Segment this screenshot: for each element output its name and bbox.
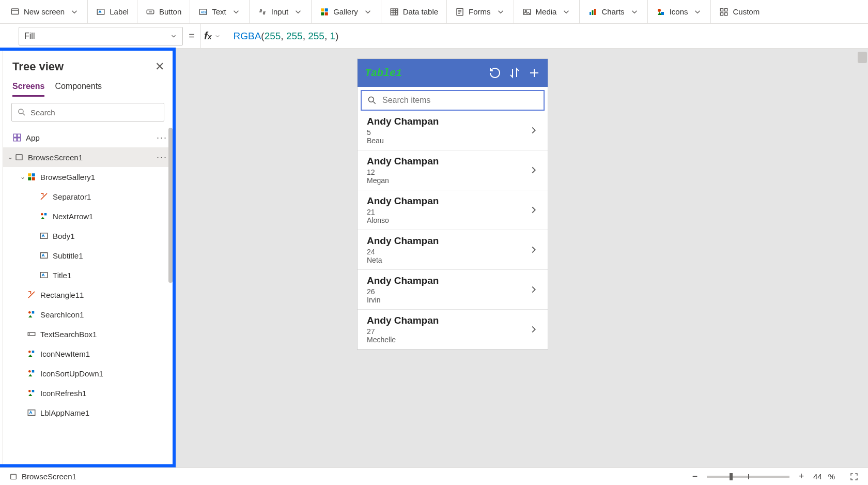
gallery-item-num: 5 — [367, 128, 528, 137]
gallery-item[interactable]: Andy Champan27Mechelle — [358, 310, 548, 350]
tree-node-body1[interactable]: Body1 — [3, 226, 173, 246]
media-button[interactable]: Media — [514, 0, 580, 23]
tab-components[interactable]: Components — [55, 82, 102, 97]
tree-node-app[interactable]: App ··· — [3, 128, 173, 147]
svg-rect-47 — [28, 332, 35, 336]
control-icon — [27, 369, 36, 378]
tree-search-placeholder: Search — [30, 108, 55, 117]
tree-node-nextarrow1[interactable]: NextArrow1 — [3, 206, 173, 226]
ellipsis-icon[interactable]: ··· — [157, 152, 167, 163]
gallery-button[interactable]: Gallery — [312, 0, 381, 23]
gallery-item-num: 21 — [367, 208, 528, 216]
gallery-icon — [27, 172, 36, 181]
formula-bar[interactable]: RGBA(255, 255, 255, 1) — [227, 31, 868, 42]
fit-icon[interactable] — [849, 472, 859, 481]
svg-rect-16 — [590, 12, 591, 15]
gallery-item[interactable]: Andy Champan26Irvin — [358, 270, 548, 310]
tree-node-label: IconRefresh1 — [40, 389, 86, 398]
svg-rect-32 — [18, 134, 21, 137]
forms-icon — [455, 7, 464, 17]
svg-rect-17 — [592, 10, 594, 15]
icons-button[interactable]: Icons — [648, 0, 711, 23]
button-label: Button — [159, 7, 181, 16]
zoom-in-button[interactable]: + — [796, 471, 807, 482]
gallery-item-title: Andy Champan — [367, 315, 528, 326]
tree-node-label: Title1 — [53, 271, 71, 280]
label-button[interactable]: Label — [88, 0, 137, 23]
gallery-item[interactable]: Andy Champan21Alonso — [358, 190, 548, 230]
property-selector[interactable]: Fill — [19, 27, 183, 46]
gallery-item[interactable]: Andy Champan12Megan — [358, 150, 548, 190]
svg-rect-22 — [725, 8, 727, 11]
gallery-item[interactable]: Andy Champan5Beau — [358, 111, 548, 150]
chevron-down-icon — [70, 7, 79, 17]
gallery-item-num: 24 — [367, 248, 528, 256]
caret-down-icon[interactable]: ⌄ — [19, 173, 27, 180]
gallery-item-title: Andy Champan — [367, 195, 528, 207]
input-button[interactable]: Input — [250, 0, 312, 23]
tree-node-browsescreen1[interactable]: ⌄ BrowseScreen1 ··· — [3, 147, 173, 167]
svg-rect-18 — [594, 9, 596, 15]
tree-node-iconnewitem1[interactable]: IconNewItem1 — [3, 344, 173, 363]
tree-node-textsearchbox1[interactable]: TextSearchBox1 — [3, 324, 173, 344]
close-icon[interactable]: ✕ — [155, 60, 164, 73]
canvas[interactable]: Table1 Search items Andy Champan5BeauAnd… — [176, 49, 868, 467]
tree-node-title1[interactable]: Title1 — [3, 265, 173, 285]
chevron-right-icon — [528, 324, 539, 335]
zoom-pct: % — [828, 472, 835, 481]
preview-search[interactable]: Search items — [361, 90, 545, 111]
zoom-slider[interactable] — [707, 476, 789, 478]
tree-node-label: Body1 — [53, 232, 75, 240]
svg-rect-41 — [44, 213, 47, 216]
caret-down-icon[interactable]: ⌄ — [6, 154, 14, 161]
tree-node-subtitle1[interactable]: Subtitle1 — [3, 246, 173, 265]
svg-rect-8 — [321, 8, 324, 11]
chevron-right-icon — [528, 204, 539, 216]
charts-button[interactable]: Charts — [580, 0, 647, 23]
svg-rect-34 — [18, 138, 21, 141]
highlight-frame: Tree view ✕ Screens Components Search Ap… — [0, 48, 176, 467]
sort-icon[interactable] — [508, 67, 521, 79]
chevron-down-icon — [562, 7, 571, 17]
custom-label: Custom — [733, 7, 760, 16]
tree-node-searchicon1[interactable]: SearchIcon1 — [3, 305, 173, 324]
refresh-icon[interactable] — [489, 67, 501, 79]
add-icon[interactable] — [528, 67, 540, 79]
svg-rect-11 — [325, 12, 328, 15]
data-table-label: Data table — [403, 7, 438, 16]
new-screen-button[interactable]: New screen — [0, 0, 88, 23]
gallery-item-sub: Mechelle — [367, 336, 528, 344]
status-bar: BrowseScreen1 − + 44 % — [0, 467, 868, 485]
button-button[interactable]: Button — [137, 0, 190, 23]
svg-point-45 — [28, 311, 31, 314]
tree-node-separator1[interactable]: Separator1 — [3, 187, 173, 206]
preview-search-placeholder: Search items — [382, 96, 430, 105]
tree-node-lblappname1[interactable]: LblAppName1 — [3, 403, 173, 422]
scrollbar[interactable] — [168, 128, 173, 283]
zoom-out-button[interactable]: − — [689, 471, 701, 482]
custom-button[interactable]: Custom — [711, 0, 768, 23]
control-icon — [39, 211, 49, 221]
svg-rect-33 — [13, 138, 17, 141]
tree-node-label: NextArrow1 — [53, 212, 93, 221]
data-table-button[interactable]: Data table — [381, 0, 447, 23]
tab-screens[interactable]: Screens — [12, 82, 44, 97]
text-button[interactable]: Abc Text — [190, 0, 250, 23]
tree-node-iconrefresh1[interactable]: IconRefresh1 — [3, 383, 173, 403]
selection-label: BrowseScreen1 — [22, 472, 76, 481]
fx-button[interactable]: fx — [200, 24, 227, 48]
ellipsis-icon[interactable]: ··· — [157, 132, 167, 143]
tree-search[interactable]: Search — [11, 103, 164, 122]
tree-node-browsegallery1[interactable]: ⌄ BrowseGallery1 — [3, 167, 173, 187]
selection-indicator[interactable]: BrowseScreen1 — [9, 472, 76, 481]
tree-node-iconsortupdown1[interactable]: IconSortUpDown1 — [3, 363, 173, 383]
gallery-item[interactable]: Andy Champan24Neta — [358, 230, 548, 270]
forms-button[interactable]: Forms — [447, 0, 514, 23]
formula-bar-row: Fill = fx RGBA(255, 255, 255, 1) — [0, 24, 868, 49]
tree-view-tabs: Screens Components — [3, 78, 173, 97]
svg-point-55 — [368, 97, 374, 102]
zoom-thumb[interactable] — [730, 473, 733, 480]
button-icon — [146, 7, 155, 17]
tree-node-rectangle11[interactable]: Rectangle11 — [3, 285, 173, 305]
scrollbar[interactable] — [858, 52, 867, 63]
